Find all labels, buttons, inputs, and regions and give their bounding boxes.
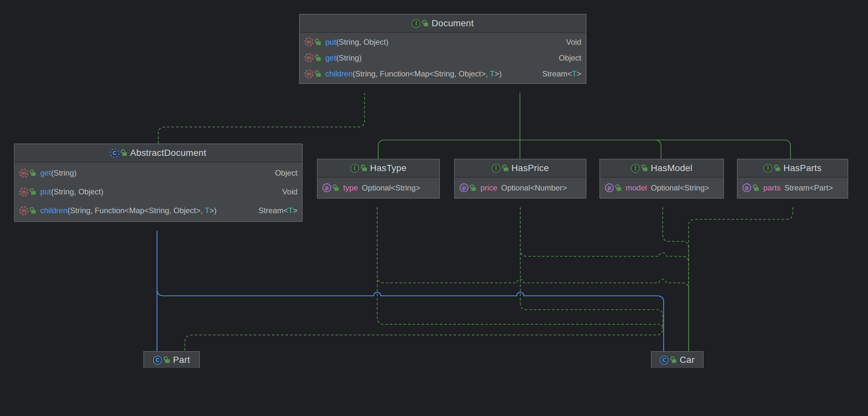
member-name: type xyxy=(343,183,358,193)
edge-car-implements-hastype xyxy=(377,207,689,351)
class-node-document[interactable]: I Document m put(String, Object)Void m g… xyxy=(299,14,586,84)
edge-interfaces-extend-document xyxy=(378,140,385,159)
member-row-put[interactable]: m put(String, Object)Void xyxy=(14,182,302,201)
signature-text: (String, Function<Map<String, Object>, xyxy=(67,206,205,215)
method-icon: m xyxy=(305,70,313,78)
class-node-header-document[interactable]: I Document xyxy=(300,14,586,32)
edge-car-extends-abstractdocument xyxy=(157,289,664,351)
class-icon: C xyxy=(153,356,162,365)
class-node-part[interactable]: C Part xyxy=(143,351,200,368)
arrowhead-into-has-model xyxy=(659,200,666,209)
member-return-type: Stream<T> xyxy=(534,69,581,78)
lock-icon xyxy=(754,187,759,191)
member-signature: Optional<Number> xyxy=(501,183,567,193)
return-type-text: T xyxy=(288,206,293,215)
lock-icon xyxy=(316,73,321,77)
class-node-has-parts[interactable]: I HasParts p partsStream<Part> xyxy=(737,159,848,199)
member-signature: (String, Function<Map<String, Object>, T… xyxy=(67,206,217,215)
member-name: get xyxy=(40,169,51,178)
class-node-has-type[interactable]: I HasType p typeOptional<String> xyxy=(317,159,440,199)
interface-icon: I xyxy=(631,164,640,173)
interface-icon: I xyxy=(492,164,500,173)
member-row-type[interactable]: p typeOptional<String> xyxy=(317,179,439,197)
members-section: m get(String)Object m put(String, Object… xyxy=(14,162,302,221)
class-title: HasType xyxy=(370,163,407,173)
member-signature: Optional<String> xyxy=(651,183,709,193)
lock-icon xyxy=(31,210,36,213)
members-section: p partsStream<Part> xyxy=(738,177,847,198)
member-signature: (String, Object) xyxy=(51,187,103,196)
edge-abstractdocument-implements-document xyxy=(158,93,365,143)
class-node-header-has-model[interactable]: I HasModel xyxy=(600,160,723,177)
member-signature: (String) xyxy=(336,54,362,63)
edge-interfaces-extend-document xyxy=(784,140,790,159)
class-title: AbstractDocument xyxy=(130,148,206,158)
class-title: Document xyxy=(431,18,473,29)
class-node-has-price[interactable]: I HasPrice p priceOptional<Number> xyxy=(454,159,586,199)
return-type-text: Stream< xyxy=(258,206,288,215)
interface-icon: I xyxy=(764,164,772,173)
member-return-type: Object xyxy=(267,169,298,178)
member-signature: Optional<String> xyxy=(362,183,420,193)
member-row-get[interactable]: m get(String)Object xyxy=(300,50,586,66)
member-return-type: Object xyxy=(551,54,581,63)
member-row-put[interactable]: m put(String, Object)Void xyxy=(300,34,586,50)
member-signature: (String, Object) xyxy=(336,38,388,47)
member-row-parts[interactable]: p partsStream<Part> xyxy=(738,179,847,197)
class-title: Part xyxy=(173,355,190,365)
uml-diagram-canvas[interactable]: I Document m put(String, Object)Void m g… xyxy=(0,0,868,416)
method-icon: m xyxy=(305,38,313,46)
interface-icon: I xyxy=(350,164,359,173)
class-node-abstract-document[interactable]: C AbstractDocument m get(String)Object m… xyxy=(14,143,303,222)
signature-text: Stream<Part> xyxy=(784,183,833,192)
lock-icon xyxy=(424,23,428,26)
member-signature: Stream<Part> xyxy=(784,183,833,193)
class-node-header-abstract-document[interactable]: C AbstractDocument xyxy=(14,144,302,162)
lock-icon xyxy=(122,152,127,156)
lock-icon xyxy=(672,359,676,363)
class-node-car[interactable]: C Car xyxy=(651,351,704,368)
property-icon: p xyxy=(460,183,468,192)
member-row-model[interactable]: p modelOptional<String> xyxy=(600,179,723,197)
edge-part-implements-hasprice xyxy=(520,207,663,329)
signature-text: (String) xyxy=(51,169,76,177)
signature-text: >) xyxy=(495,69,502,78)
class-node-header-has-type[interactable]: I HasType xyxy=(317,160,439,177)
return-type-text: Object xyxy=(275,169,298,177)
lock-icon xyxy=(31,172,36,176)
signature-text: (String) xyxy=(336,54,362,62)
class-node-header-has-price[interactable]: I HasPrice xyxy=(455,160,586,177)
class-title: Car xyxy=(680,355,694,365)
class-node-header-part[interactable]: C Part xyxy=(144,352,199,368)
lock-icon xyxy=(504,168,508,171)
return-type-text: T xyxy=(572,69,577,78)
member-name: model xyxy=(626,183,647,193)
signature-text: Optional<String> xyxy=(362,183,420,192)
arrowhead-into-document xyxy=(517,84,524,93)
method-icon: m xyxy=(20,206,28,215)
lock-icon xyxy=(165,359,169,363)
member-row-children[interactable]: m children(String, Function<Map<String, … xyxy=(14,201,302,220)
member-row-children[interactable]: m children(String, Function<Map<String, … xyxy=(300,66,586,82)
class-node-has-model[interactable]: I HasModel p modelOptional<String> xyxy=(599,159,724,199)
lock-icon xyxy=(334,187,339,191)
lock-icon xyxy=(643,168,647,171)
member-row-price[interactable]: p priceOptional<Number> xyxy=(455,179,586,197)
class-node-header-has-parts[interactable]: I HasParts xyxy=(738,160,847,177)
member-row-get[interactable]: m get(String)Object xyxy=(14,164,302,182)
arrowhead-into-has-price xyxy=(517,199,524,208)
signature-text: (String, Function<Map<String, Object>, xyxy=(352,69,490,78)
member-return-type: Void xyxy=(274,187,298,196)
class-node-header-car[interactable]: C Car xyxy=(652,352,703,368)
edge-car-implements-hasparts xyxy=(689,207,793,351)
edge-car-implements-hasmodel xyxy=(663,207,689,351)
method-icon: m xyxy=(305,54,313,62)
member-name: put xyxy=(326,38,336,47)
arrowhead-into-has-parts xyxy=(789,199,797,208)
lock-icon xyxy=(617,187,621,191)
return-type-text: Stream< xyxy=(542,69,572,78)
property-icon: p xyxy=(322,183,331,192)
class-title: HasPrice xyxy=(512,163,549,173)
member-return-type: Void xyxy=(558,38,581,47)
signature-text: T xyxy=(205,206,210,215)
